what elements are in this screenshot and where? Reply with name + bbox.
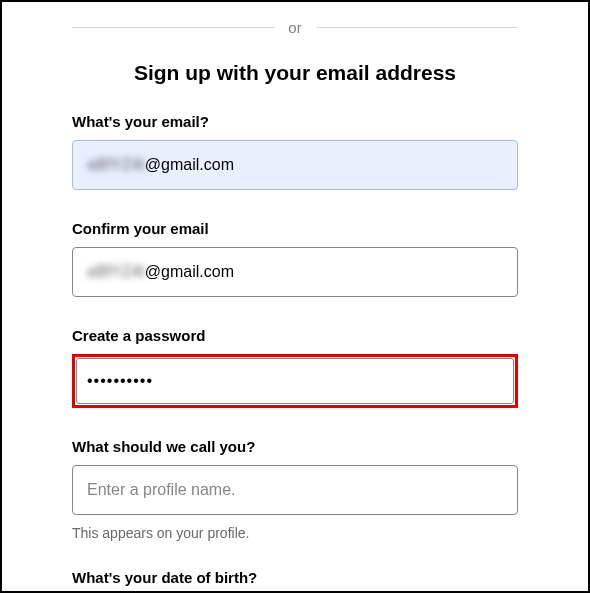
profile-name-input[interactable]: Enter a profile name. [72,465,518,515]
profile-name-field-group: What should we call you? Enter a profile… [72,438,518,541]
divider-text: or [288,19,301,36]
password-field-group: Create a password [72,327,518,408]
email-masked-prefix: aBfYZ4t [87,156,145,174]
divider-line-right [316,27,518,28]
dob-field-group: What's your date of birth? Day Month Yea… [72,569,518,593]
dob-label: What's your date of birth? [72,569,518,586]
confirm-email-domain: @gmail.com [145,263,234,281]
confirm-email-label: Confirm your email [72,220,518,237]
profile-name-helper: This appears on your profile. [72,525,518,541]
signup-heading: Sign up with your email address [72,61,518,85]
password-input[interactable] [76,358,514,404]
confirm-email-masked-prefix: aBfYZ4t [87,263,145,281]
divider-line-left [72,27,274,28]
email-input[interactable]: aBfYZ4t@gmail.com [72,140,518,190]
email-domain: @gmail.com [145,156,234,174]
email-label: What's your email? [72,113,518,130]
confirm-email-field-group: Confirm your email aBfYZ4t@gmail.com [72,220,518,297]
profile-name-label: What should we call you? [72,438,518,455]
confirm-email-input[interactable]: aBfYZ4t@gmail.com [72,247,518,297]
email-field-group: What's your email? aBfYZ4t@gmail.com [72,113,518,190]
password-label: Create a password [72,327,518,344]
password-highlight-frame [72,354,518,408]
or-divider: or [72,19,518,36]
profile-name-placeholder: Enter a profile name. [87,481,236,499]
